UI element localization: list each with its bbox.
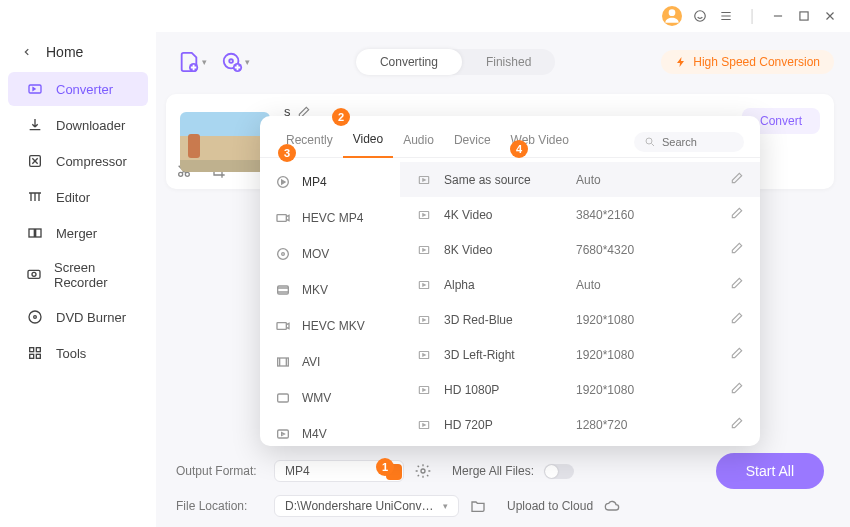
preset-item[interactable]: 4K Video3840*2160 xyxy=(400,197,760,232)
maximize-icon[interactable] xyxy=(792,4,816,28)
svg-rect-13 xyxy=(30,354,34,358)
popup-tab-device[interactable]: Device xyxy=(444,127,501,157)
settings-icon[interactable] xyxy=(414,462,432,480)
format-item-hevcmp4[interactable]: HEVC MP4 xyxy=(260,200,400,236)
sidebar-item-dvd-burner[interactable]: DVD Burner xyxy=(8,300,148,334)
user-avatar-icon[interactable] xyxy=(662,6,682,26)
high-speed-button[interactable]: High Speed Conversion xyxy=(661,50,834,74)
preset-item[interactable]: 3D Left-Right1920*1080 xyxy=(400,337,760,372)
format-icon xyxy=(274,281,292,299)
popup-tab-video[interactable]: Video xyxy=(343,126,393,158)
tab-converting[interactable]: Converting xyxy=(356,49,462,75)
sidebar-item-downloader[interactable]: Downloader xyxy=(8,108,148,142)
top-toolbar: ▾ ▾ Converting Finished High Speed Conve… xyxy=(166,42,834,82)
svg-point-25 xyxy=(278,249,289,260)
preset-item[interactable]: 8K Video7680*4320 xyxy=(400,232,760,267)
svg-rect-28 xyxy=(277,323,286,330)
status-tabs: Converting Finished xyxy=(356,49,555,75)
merge-toggle[interactable] xyxy=(544,464,574,479)
cloud-icon[interactable] xyxy=(603,497,621,515)
preset-edit-icon[interactable] xyxy=(730,346,744,363)
merge-label: Merge All Files: xyxy=(452,464,534,478)
format-item-mov[interactable]: MOV xyxy=(260,236,400,272)
preset-edit-icon[interactable] xyxy=(730,206,744,223)
video-icon xyxy=(416,242,432,258)
format-item-wmv[interactable]: WMV xyxy=(260,380,400,416)
annotation-badge-3: 3 xyxy=(278,144,296,162)
popup-search-input[interactable] xyxy=(662,136,732,148)
format-item-mkv[interactable]: MKV xyxy=(260,272,400,308)
support-icon[interactable] xyxy=(688,4,712,28)
chevron-left-icon xyxy=(22,47,32,57)
sidebar-item-merger[interactable]: Merger xyxy=(8,216,148,250)
sidebar-item-editor[interactable]: Editor xyxy=(8,180,148,214)
preset-list: Same as sourceAuto4K Video3840*21608K Vi… xyxy=(400,158,760,446)
format-item-avi[interactable]: AVI xyxy=(260,344,400,380)
video-thumbnail[interactable] xyxy=(180,112,270,172)
video-icon xyxy=(416,172,432,188)
format-item-mp4[interactable]: MP4 xyxy=(260,164,400,200)
menu-icon[interactable] xyxy=(714,4,738,28)
sidebar-item-tools[interactable]: Tools xyxy=(8,336,148,370)
sidebar-item-label: Editor xyxy=(56,190,90,205)
format-list: MP4 HEVC MP4 MOV MKV HEVC MKV AVI WMV M4… xyxy=(260,158,400,446)
upload-cloud-label: Upload to Cloud xyxy=(507,499,593,513)
preset-name: Same as source xyxy=(444,173,564,187)
format-item-m4v[interactable]: M4V xyxy=(260,416,400,446)
home-label: Home xyxy=(46,44,83,60)
chevron-down-icon: ▾ xyxy=(443,501,448,511)
minimize-icon[interactable] xyxy=(766,4,790,28)
sidebar-item-converter[interactable]: Converter xyxy=(8,72,148,106)
preset-edit-icon[interactable] xyxy=(730,276,744,293)
home-nav[interactable]: Home xyxy=(0,36,156,70)
sidebar: Home Converter Downloader Compressor Edi… xyxy=(0,32,156,527)
sidebar-item-compressor[interactable]: Compressor xyxy=(8,144,148,178)
svg-rect-7 xyxy=(28,270,40,278)
start-all-button[interactable]: Start All xyxy=(716,453,824,489)
svg-rect-24 xyxy=(277,215,286,222)
format-label: HEVC MKV xyxy=(302,319,365,333)
video-icon xyxy=(416,312,432,328)
preset-item[interactable]: HD 720P1280*720 xyxy=(400,407,760,442)
preset-item[interactable]: Same as sourceAuto xyxy=(400,162,760,197)
preset-edit-icon[interactable] xyxy=(730,171,744,188)
add-file-button[interactable]: ▾ xyxy=(178,51,207,73)
sidebar-item-screen-recorder[interactable]: Screen Recorder xyxy=(8,252,148,298)
preset-edit-icon[interactable] xyxy=(730,381,744,398)
close-icon[interactable] xyxy=(818,4,842,28)
preset-resolution: Auto xyxy=(576,173,666,187)
svg-rect-27 xyxy=(278,286,289,294)
svg-rect-11 xyxy=(30,348,34,352)
preset-name: Alpha xyxy=(444,278,564,292)
svg-rect-2 xyxy=(800,12,808,20)
popup-search[interactable] xyxy=(634,132,744,152)
preset-edit-icon[interactable] xyxy=(730,416,744,433)
preset-item[interactable]: AlphaAuto xyxy=(400,267,760,302)
preset-name: HD 1080P xyxy=(444,383,564,397)
preset-item[interactable]: 3D Red-Blue1920*1080 xyxy=(400,302,760,337)
video-icon xyxy=(416,207,432,223)
tab-finished[interactable]: Finished xyxy=(462,49,555,75)
format-icon xyxy=(274,425,292,443)
file-location-value: D:\Wondershare UniConverter 1 xyxy=(285,499,435,513)
record-icon xyxy=(26,266,42,284)
file-location-select[interactable]: D:\Wondershare UniConverter 1▾ xyxy=(274,495,459,517)
format-icon xyxy=(274,209,292,227)
sidebar-item-label: Converter xyxy=(56,82,113,97)
add-disc-button[interactable]: ▾ xyxy=(221,51,250,73)
format-item-hevcmkv[interactable]: HEVC MKV xyxy=(260,308,400,344)
preset-name: 4K Video xyxy=(444,208,564,222)
svg-point-1 xyxy=(695,11,706,22)
annotation-badge-1: 1 xyxy=(376,458,394,476)
preset-edit-icon[interactable] xyxy=(730,311,744,328)
file-add-icon xyxy=(178,51,200,73)
folder-icon[interactable] xyxy=(469,497,487,515)
svg-point-10 xyxy=(34,316,37,319)
format-label: AVI xyxy=(302,355,320,369)
popup-tab-audio[interactable]: Audio xyxy=(393,127,444,157)
preset-item[interactable]: HD 1080P1920*1080 xyxy=(400,372,760,407)
download-icon xyxy=(26,116,44,134)
chevron-down-icon: ▾ xyxy=(245,57,250,67)
format-label: HEVC MP4 xyxy=(302,211,363,225)
preset-edit-icon[interactable] xyxy=(730,241,744,258)
